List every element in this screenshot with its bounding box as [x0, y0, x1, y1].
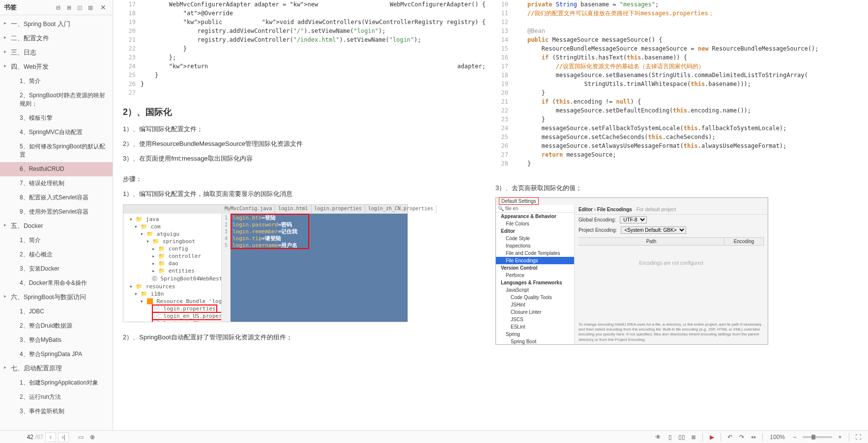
settings-nav-item[interactable]: File Colors — [496, 220, 574, 227]
settings-title: Default Settings — [499, 197, 539, 205]
fit-width-icon[interactable]: ⇔ — [749, 433, 758, 442]
col-encoding: Encoding — [724, 238, 764, 245]
sidebar-item[interactable]: 4、整合SpringData JPA — [0, 347, 113, 361]
sidebar-item[interactable]: 3、事件监听机制 — [0, 404, 113, 418]
sidebar-header: 书签 ⊟ ⊞ ◫ ▥ ✕ — [0, 0, 113, 15]
settings-breadcrumb: Editor › File Encodings For default proj… — [575, 205, 768, 215]
page-input[interactable] — [19, 434, 33, 441]
expand-icon[interactable]: ⊞ — [64, 3, 73, 12]
settings-nav-item[interactable]: File and Code Templates — [496, 249, 574, 257]
project-encoding-select[interactable]: <System Default: GBK> — [621, 226, 686, 234]
settings-nav-item[interactable]: Languages & Frameworks — [496, 279, 574, 286]
code-block-left: 17 WebMvcConfigurerAdapter adapter = "kw… — [123, 0, 486, 97]
sidebar-item[interactable]: 6、RestfulCRUD — [0, 162, 113, 176]
page-add-icon[interactable]: ⊕ — [87, 433, 97, 442]
sidebar-item[interactable]: 2、核心概念 — [0, 248, 113, 262]
scroll-icon[interactable]: ≣ — [689, 433, 698, 442]
sidebar-item[interactable]: 1、创建SpringApplication对象 — [0, 376, 113, 390]
settings-footer-text: To change encoding IntelliJ IDEA uses fo… — [575, 320, 768, 345]
sidebar-item[interactable]: 9、使用外置的Servlet容器 — [0, 205, 113, 219]
bookmark-list-icon[interactable]: ▥ — [86, 3, 95, 12]
settings-screenshot: Default Settings 🔍 file en Appearance & … — [495, 197, 768, 345]
sidebar-item[interactable]: 2、运行run方法 — [0, 390, 113, 404]
bookmark-toggle-icon[interactable]: ◫ — [75, 3, 84, 12]
sidebar-item[interactable]: 3、整合MyBatis — [0, 333, 113, 347]
zoom-slider[interactable] — [803, 436, 832, 438]
col-path: Path — [579, 238, 724, 245]
sidebar-item[interactable]: 1、简介 — [0, 74, 113, 88]
collapse-icon[interactable]: ⊟ — [54, 3, 62, 12]
zoom-in-icon[interactable]: + — [835, 433, 845, 442]
paragraph: 3）、在页面使用fmt:message取出国际化内容 — [123, 153, 486, 164]
sidebar-item[interactable]: 2、SpringBoot对静态资源的映射规则； — [0, 88, 113, 111]
settings-nav-item[interactable]: Code Quality Tools — [496, 294, 574, 301]
zoom-out-icon[interactable]: − — [790, 433, 800, 442]
settings-nav-item[interactable]: JSCS — [496, 316, 574, 323]
sidebar-item[interactable]: 四、Web开发 — [0, 60, 113, 74]
status-bar: /87 › ›| ▭ ⊕ 👁 ▯ ▯▯ ≣ ▶ ↶ ↷ ⇔ 100% − + ⛶ — [0, 430, 868, 443]
paragraph: 1）、编写国际化配置文件； — [123, 124, 486, 135]
paragraph: 步骤： — [123, 174, 486, 185]
sidebar-item[interactable]: 三、日志 — [0, 46, 113, 60]
sidebar-title: 书签 — [4, 3, 17, 12]
global-encoding-label: Global Encoding: — [579, 217, 616, 222]
page-indicator: /87 — [19, 434, 43, 441]
rotate-left-icon[interactable]: ↶ — [725, 433, 735, 442]
eye-icon[interactable]: 👁 — [653, 433, 663, 442]
global-encoding-select[interactable]: UTF-8 — [620, 216, 647, 223]
settings-nav-item[interactable]: ESLint — [496, 323, 574, 331]
sidebar-item[interactable]: 7、错误处理机制 — [0, 176, 113, 191]
bookmarks-sidebar: 书签 ⊟ ⊞ ◫ ▥ ✕ 一、Spring Boot 入门二、配置文件三、日志四… — [0, 0, 113, 430]
single-page-icon[interactable]: ▯ — [665, 433, 675, 442]
settings-nav-item[interactable]: Spring — [496, 331, 574, 338]
settings-search[interactable]: 🔍 file en — [496, 205, 574, 213]
sidebar-item[interactable]: 5、如何修改SpringBoot的默认配置 — [0, 139, 113, 162]
sidebar-item[interactable]: 8、配置嵌入式Servlet容器 — [0, 191, 113, 205]
sidebar-item[interactable]: 3、安装Docker — [0, 262, 113, 276]
bookmark-tree[interactable]: 一、Spring Boot 入门二、配置文件三、日志四、Web开发1、简介2、S… — [0, 15, 113, 430]
read-aloud-icon[interactable]: ▶ — [707, 433, 717, 442]
sidebar-item[interactable]: 一、Spring Boot 入门 — [0, 17, 113, 31]
settings-nav-item[interactable]: File Encodings — [496, 257, 574, 264]
code-block-right: 10 private String basename = "messages";… — [495, 0, 858, 168]
sidebar-item[interactable]: 4、SpringMVC自动配置 — [0, 125, 113, 139]
settings-nav-item[interactable]: Spring Boot — [496, 338, 574, 344]
project-encoding-label: Project Encoding: — [579, 227, 617, 233]
two-page-icon[interactable]: ▯▯ — [677, 433, 687, 442]
sidebar-item[interactable]: 二、配置文件 — [0, 31, 113, 46]
sidebar-item[interactable]: 3、模板引擎 — [0, 111, 113, 125]
sidebar-item[interactable]: 2、整合Druid数据源 — [0, 319, 113, 333]
section-heading: 2）、国际化 — [123, 106, 486, 118]
settings-nav-item[interactable]: Version Control — [496, 264, 574, 272]
settings-nav-item[interactable]: Perforce — [496, 272, 574, 279]
paragraph: 2）、SpringBoot自动配置好了管理国际化资源文件的组件； — [123, 332, 486, 343]
rotate-right-icon[interactable]: ↷ — [737, 433, 747, 442]
settings-nav-item[interactable]: Closure Linter — [496, 308, 574, 316]
settings-nav-item[interactable]: Appearance & Behavior — [496, 213, 574, 220]
paragraph: 2）、使用ResourceBundleMessageSource管理国际化资源文… — [123, 138, 486, 149]
last-page-button[interactable]: ›| — [58, 432, 69, 442]
empty-message: Encodings are not configured — [579, 246, 764, 280]
sidebar-item[interactable]: 五、Docker — [0, 219, 113, 233]
zoom-level[interactable]: 100% — [770, 434, 785, 441]
settings-nav-item[interactable]: Code Style — [496, 235, 574, 242]
paragraph: 3）、去页面获取国际化的值； — [495, 183, 858, 194]
close-icon[interactable]: ✕ — [99, 3, 108, 12]
sidebar-item[interactable]: 1、JDBC — [0, 305, 113, 319]
sidebar-item[interactable]: 1、简介 — [0, 233, 113, 248]
fullscreen-icon[interactable]: ⛶ — [853, 433, 863, 442]
ide-screenshot: MyMvcConfig.javalogin.htmllogin.properti… — [123, 204, 408, 322]
settings-nav-item[interactable]: Inspections — [496, 242, 574, 249]
page-fit-icon[interactable]: ▭ — [76, 433, 86, 442]
paragraph: 1）、编写国际化配置文件，抽取页面需要显示的国际化消息 — [123, 189, 486, 199]
sidebar-item[interactable]: 4、Docker常用命令&操作 — [0, 276, 113, 290]
document-content[interactable]: 17 WebMvcConfigurerAdapter adapter = "kw… — [113, 0, 868, 430]
next-page-button[interactable]: › — [45, 432, 56, 442]
sidebar-item[interactable]: 七、启动配置原理 — [0, 361, 113, 376]
sidebar-item[interactable]: 六、SpringBoot与数据访问 — [0, 290, 113, 305]
settings-nav-item[interactable]: JavaScript — [496, 286, 574, 294]
settings-nav-item[interactable]: JSHint — [496, 301, 574, 308]
settings-nav-item[interactable]: Editor — [496, 227, 574, 235]
